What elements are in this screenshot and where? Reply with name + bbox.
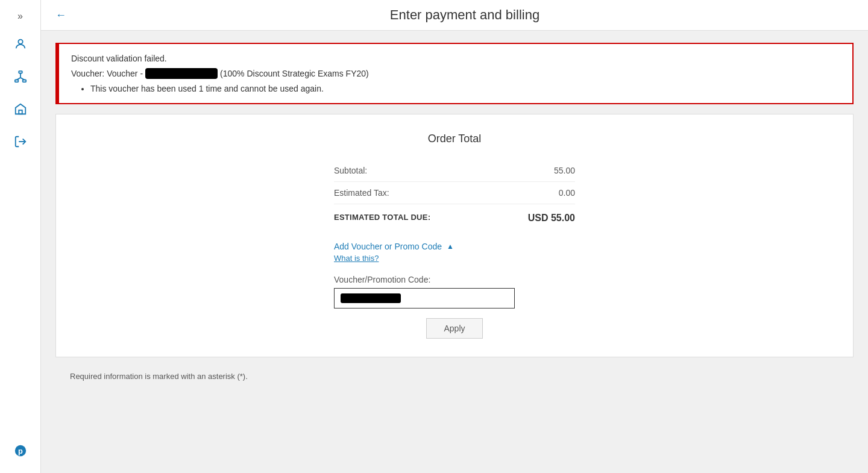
svg-text:p: p [18,446,23,456]
tax-label: Estimated Tax: [334,188,389,198]
signout-icon [14,135,27,148]
subtotal-label: Subtotal: [334,166,367,175]
error-box: Discount validation failed. Voucher: Vou… [55,43,854,104]
chevron-up-icon: ▲ [447,242,454,251]
sidebar-item-signout[interactable] [0,125,40,158]
page-title: Enter payment and billing [76,7,854,23]
user-icon [14,37,27,51]
total-label: ESTIMATED TOTAL DUE: [334,213,430,224]
network-icon [14,70,27,83]
voucher-input-row [334,288,575,309]
order-lines: Subtotal: 55.00 Estimated Tax: 0.00 ESTI… [334,160,575,230]
home-icon [14,102,27,116]
voucher-form: Voucher/Promotion Code: Apply [334,275,575,339]
order-total-title: Order Total [80,133,829,145]
sidebar-bottom: p [14,438,27,463]
voucher-input-wrapper[interactable] [334,288,515,309]
back-button[interactable]: ← [55,9,66,22]
error-title: Discount validation failed. [71,54,840,63]
subtotal-line: Subtotal: 55.00 [334,160,575,182]
redacted-input-value [341,293,401,303]
sidebar-toggle-button[interactable]: » [0,5,40,28]
sidebar-item-network[interactable] [0,60,40,93]
svg-rect-3 [22,80,25,83]
svg-rect-1 [19,71,22,74]
order-card: Order Total Subtotal: 55.00 Estimated Ta… [55,114,854,357]
sidebar-item-user[interactable] [0,28,40,60]
apply-button[interactable]: Apply [426,318,482,339]
help-icon: p [14,444,27,457]
voucher-section: Add Voucher or Promo Code ▲ What is this… [334,242,575,339]
footer-note: Required information is marked with an a… [55,367,854,386]
error-voucher-line: Voucher: Voucher - (100% Discount Strate… [71,68,840,79]
sidebar-item-help[interactable]: p [14,438,27,463]
tax-value: 0.00 [559,188,575,198]
subtotal-value: 55.00 [554,166,575,175]
voucher-prefix: Voucher: Voucher - [71,69,143,78]
svg-line-6 [20,78,24,80]
svg-rect-2 [14,80,18,83]
voucher-suffix: (100% Discount Strategic Exams FY20) [220,69,369,78]
what-is-this-link[interactable]: What is this? [334,254,575,263]
voucher-toggle[interactable]: Add Voucher or Promo Code ▲ [334,242,575,251]
page-content: Discount validation failed. Voucher: Vou… [41,31,868,398]
voucher-input-label: Voucher/Promotion Code: [334,275,575,284]
sidebar: » p [0,0,41,473]
add-voucher-link[interactable]: Add Voucher or Promo Code [334,242,442,251]
svg-rect-7 [19,110,22,114]
svg-line-5 [16,78,20,80]
error-list-item: This voucher has been used 1 time and ca… [90,84,840,93]
main-content: ← Enter payment and billing Discount val… [41,0,868,473]
total-line: ESTIMATED TOTAL DUE: USD 55.00 [334,204,575,230]
svg-point-0 [18,40,22,44]
redacted-voucher-code [145,68,218,79]
total-value: USD 55.00 [528,213,575,224]
error-list: This voucher has been used 1 time and ca… [71,84,840,93]
sidebar-item-home[interactable] [0,93,40,125]
page-header: ← Enter payment and billing [41,0,868,31]
tax-line: Estimated Tax: 0.00 [334,182,575,204]
expand-icon: » [17,11,23,22]
back-arrow-icon: ← [55,9,66,22]
